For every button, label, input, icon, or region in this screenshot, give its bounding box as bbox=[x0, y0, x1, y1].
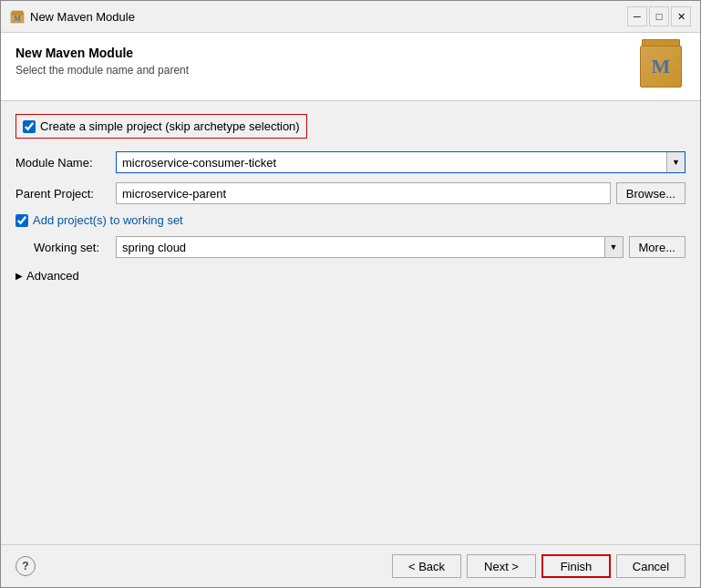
dialog-title: New Maven Module bbox=[15, 46, 189, 60]
title-bar: M New Maven Module ─ □ ✕ bbox=[1, 1, 700, 33]
add-working-set-checkbox[interactable] bbox=[15, 214, 28, 227]
working-set-wrapper: spring cloud ▼ More... bbox=[116, 236, 686, 258]
simple-project-checkbox[interactable] bbox=[23, 120, 36, 133]
module-name-field-wrapper: ▼ bbox=[116, 151, 686, 173]
dialog-header-text: New Maven Module Select the module name … bbox=[15, 46, 189, 77]
working-set-checkbox-row: Add project(s) to working set bbox=[15, 213, 686, 227]
footer-left: ? bbox=[15, 556, 36, 576]
cancel-button[interactable]: Cancel bbox=[616, 554, 686, 578]
working-set-label: Working set: bbox=[34, 241, 116, 254]
working-set-select-wrapper: spring cloud ▼ bbox=[116, 236, 624, 258]
maximize-button[interactable]: □ bbox=[649, 6, 669, 26]
close-button[interactable]: ✕ bbox=[671, 6, 691, 26]
svg-text:M: M bbox=[14, 15, 21, 23]
module-name-dropdown-arrow[interactable]: ▼ bbox=[666, 152, 685, 172]
title-text: New Maven Module bbox=[30, 10, 135, 24]
working-set-row: Working set: spring cloud ▼ More... bbox=[15, 236, 686, 258]
next-button[interactable]: Next > bbox=[467, 554, 536, 578]
advanced-row[interactable]: ▶ Advanced bbox=[15, 267, 686, 284]
title-buttons: ─ □ ✕ bbox=[627, 6, 691, 26]
maven-icon-container: M bbox=[640, 46, 686, 91]
parent-project-row: Parent Project: Browse... bbox=[15, 182, 686, 204]
working-set-select[interactable]: spring cloud bbox=[117, 237, 623, 257]
module-name-label: Module Name: bbox=[15, 156, 116, 170]
module-name-input[interactable] bbox=[117, 151, 666, 173]
more-button[interactable]: More... bbox=[629, 236, 686, 258]
dialog-subtitle: Select the module name and parent bbox=[15, 64, 189, 77]
add-working-set-label[interactable]: Add project(s) to working set bbox=[33, 213, 183, 227]
module-name-input-container: ▼ bbox=[116, 151, 686, 173]
simple-project-row: Create a simple project (skip archetype … bbox=[15, 114, 307, 139]
parent-project-input[interactable] bbox=[116, 182, 611, 204]
minimize-button[interactable]: ─ bbox=[627, 6, 647, 26]
title-bar-left: M New Maven Module bbox=[10, 9, 135, 24]
help-button[interactable]: ? bbox=[15, 556, 36, 576]
dialog-window: M New Maven Module ─ □ ✕ New Maven Modul… bbox=[0, 0, 701, 588]
back-button[interactable]: < Back bbox=[392, 554, 461, 578]
dialog-footer: ? < Back Next > Finish Cancel bbox=[1, 544, 700, 587]
dialog-header: New Maven Module Select the module name … bbox=[1, 33, 700, 101]
advanced-expand-arrow: ▶ bbox=[15, 271, 23, 281]
parent-project-label: Parent Project: bbox=[15, 187, 116, 201]
simple-project-label[interactable]: Create a simple project (skip archetype … bbox=[40, 119, 300, 133]
footer-right: < Back Next > Finish Cancel bbox=[392, 554, 686, 578]
title-maven-icon: M bbox=[10, 9, 25, 24]
parent-project-input-container: Browse... bbox=[116, 182, 686, 204]
advanced-label: Advanced bbox=[26, 269, 79, 283]
maven-icon-box: M bbox=[640, 46, 682, 88]
finish-button[interactable]: Finish bbox=[541, 554, 611, 578]
module-name-row: Module Name: ▼ bbox=[15, 151, 686, 173]
dialog-body: Create a simple project (skip archetype … bbox=[1, 101, 700, 544]
browse-button[interactable]: Browse... bbox=[616, 182, 686, 204]
